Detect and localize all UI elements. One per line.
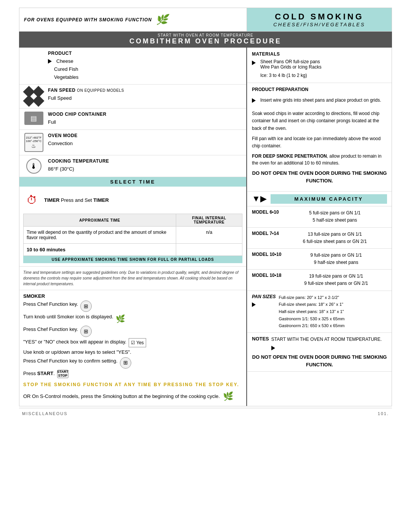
model-1010-label: MODEL 10•10 — [252, 252, 281, 257]
fan-speed-content: FAN SPEED ON EQUIPPED MODELS Full Speed — [48, 88, 242, 102]
arrow-icon-cheese — [48, 59, 52, 64]
deep-smoke-text: FOR DEEP SMOKE PENETRATION, allow produc… — [252, 153, 387, 166]
footer-category: MISCELLANEOUS — [22, 411, 68, 416]
col-final-temp: FINAL INTERNAL TEMPERATURE — [176, 214, 242, 227]
chef-function-icon-2: ⊞ — [80, 326, 92, 337]
product-item-cheese: Cheese — [48, 58, 242, 66]
right-column: MATERIALS Sheet Pans OR full-size pans W… — [247, 48, 392, 406]
wood-chip-icon: ▤ — [23, 112, 44, 125]
use-approx-banner: USE APPROXIMATE SMOKING TIME SHOWN FOR F… — [23, 256, 242, 263]
arrow-icon-notes — [271, 346, 275, 350]
arrow-icon-pan — [252, 302, 256, 307]
header-right: COLD SMOKING CHEESE/FISH/VEGETABLES — [247, 8, 392, 31]
timer-temp-cell: n/a — [176, 227, 242, 244]
model-714-label: MODEL 7•14 — [252, 231, 279, 236]
notes-do-not-open: DO NOT OPEN THE OVEN DOOR DURING THE SMO… — [252, 353, 387, 368]
max-capacity-label: MAXIMUM CAPACITY — [271, 194, 387, 204]
product-items: Cheese Cured Fish Vegetables — [48, 58, 242, 81]
oven-mode-section: 212°-482°F100°-250°C ♨ OVEN MODE Convect… — [19, 130, 246, 155]
procedure-title: COMBITHERM OVEN PROCEDURE — [19, 37, 392, 45]
product-label: PRODUCT — [48, 51, 242, 56]
woodchip-symbol: ▤ — [30, 114, 37, 123]
timer-info: TIMER Press and Set TIMER — [44, 197, 109, 203]
smoker-step-6: Press Chef Function key to confirm setti… — [23, 357, 242, 369]
smoker-label: SMOKER — [23, 293, 242, 299]
cooking-temp-value: 86°F (30°C) — [48, 165, 242, 173]
procedure-banner: START WITH OVEN AT ROOM TEMPERATURE COMB… — [19, 32, 392, 48]
cooking-temp-icon: 🌡 — [23, 158, 44, 174]
arrow-icon-prep — [252, 98, 256, 103]
smoke-icon-step: 🌿 — [116, 313, 125, 324]
capacity-section: ▼▶ MAXIMUM CAPACITY MODEL 6•10 5 full-si… — [247, 192, 392, 291]
wood-chip-label: WOOD CHIP CONTAINER — [48, 112, 242, 117]
woodchip-box-icon: ▤ — [24, 112, 43, 125]
model-row-2: MODEL 7•14 13 full-size pans or GN 1/16 … — [247, 227, 392, 248]
wood-chip-content: WOOD CHIP CONTAINER Full — [48, 112, 242, 126]
materials-label: MATERIALS — [252, 51, 387, 57]
left-column: PRODUCT Cheese Cured Fish Vegetables — [19, 48, 247, 406]
smoker-step-3: Press Chef Function key. ⊞ — [23, 326, 242, 337]
mat-item-0: Sheet Pans OR full-size pans — [260, 59, 322, 64]
notes-arrow — [271, 345, 382, 350]
deep-smoke-bold: FOR DEEP SMOKE PENETRATION — [252, 153, 327, 159]
pan-sizes-section: PAN SIZES Full-size pans: 20" x 12" x 2-… — [247, 291, 392, 333]
footer: MISCELLANEOUS 101. — [19, 408, 392, 419]
oven-mode-icon: 212°-482°F100°-250°C ♨ — [23, 133, 44, 152]
smoker-section: SMOKER Press Chef Function key. ⊞ Turn k… — [19, 290, 246, 406]
thermometer-icon: 🌡 — [26, 158, 41, 174]
model-610-label: MODEL 6•10 — [252, 209, 279, 215]
oven-mode-value: Convection — [48, 140, 242, 148]
do-not-open-text: DO NOT OPEN THE OVEN DOOR DURING THE SMO… — [252, 169, 387, 184]
for-ovens-text: FOR OVENS EQUIPPED WITH SMOKING FUNCTION — [24, 17, 152, 22]
start-stop-button-icon: STARTSTOP — [57, 370, 68, 378]
timer-instruction: Press and Set TIMER — [61, 197, 109, 203]
select-time-banner: SELECT TIME — [19, 177, 246, 187]
start-text: START WITH OVEN AT ROOM TEMPERATURE — [19, 33, 392, 37]
product-item-fish: Cured Fish — [48, 66, 242, 73]
stop-line: STOP THE SMOKING FUNCTION AT ANY TIME BY… — [23, 381, 242, 388]
mat-item-3: Ice: 3 to 4 lb (1 to 2 kg) — [260, 73, 322, 78]
mat-item-1: Wire Pan Grids or Icing Racks — [260, 64, 322, 70]
timer-minutes-temp-cell — [176, 244, 242, 256]
timer-table: APPROXIMATE TIME FINAL INTERNAL TEMPERAT… — [23, 214, 242, 256]
disclaimer-text: Time and temperature settings are sugges… — [19, 267, 246, 290]
notes-section: NOTES START WITH THE OVEN AT ROOM TEMPER… — [247, 333, 392, 372]
smoke-icon-header: 🌿 — [156, 14, 168, 26]
footer-page: 101. — [378, 411, 389, 416]
timer-minutes-cell: 10 to 60 minutes — [24, 244, 176, 256]
smoker-or-icon: 🌿 — [223, 391, 233, 401]
materials-item-1: Sheet Pans OR full-size pans Wire Pan Gr… — [252, 59, 387, 78]
materials-section: MATERIALS Sheet Pans OR full-size pans W… — [247, 48, 392, 83]
cooking-temp-label: COOKING TEMPERATURE — [48, 158, 242, 164]
oven-mode-content: OVEN MODE Convection — [48, 133, 242, 148]
cold-smoking-subtitle: CHEESE/FISH/VEGETABLES — [255, 22, 384, 27]
col-approx-time: APPROXIMATE TIME — [24, 214, 176, 227]
prep-step-1: Insert wire grids into sheet pans and pl… — [252, 97, 387, 107]
smoker-step-7: Press START. STARTSTOP — [23, 370, 242, 378]
notes-label: NOTES — [252, 336, 269, 342]
product-prep-section: PRODUCT PREPARATION Insert wire grids in… — [247, 83, 392, 192]
model-1010-value: 9 full-size pans or GN 1/19 half-size sh… — [285, 252, 387, 266]
cooking-temp-section: 🌡 COOKING TEMPERATURE 86°F (30°C) — [19, 155, 246, 177]
pan-sizes-text: Full-size pans: 20" x 12" x 2-1/2" Full-… — [279, 294, 344, 329]
timer-icon: ⏱ — [23, 190, 40, 211]
notes-text: START WITH THE OVEN AT ROOM TEMPERATURE. — [271, 336, 382, 343]
chef-function-icon-1: ⊞ — [80, 300, 92, 312]
or-line: OR On S-Control models, press the Smokin… — [23, 391, 242, 401]
prep-text-1: Insert wire grids into sheet pans and pl… — [260, 97, 381, 104]
product-item-vegetables: Vegetables — [48, 73, 242, 81]
model-1018-label: MODEL 10•18 — [252, 273, 281, 278]
timer-time-cell: Time will depend on the quantity of prod… — [24, 227, 176, 244]
model-1018-value: 19 full-size pans or GN 1/19 full-size s… — [285, 273, 387, 287]
convection-icon: 212°-482°F100°-250°C ♨ — [24, 133, 43, 152]
oven-mode-label: OVEN MODE — [48, 133, 242, 138]
arrow-icon-materials — [252, 61, 256, 65]
fan-speed-section: FAN SPEED ON EQUIPPED MODELS Full Speed — [19, 85, 246, 109]
wood-chip-section: ▤ WOOD CHIP CONTAINER Full — [19, 109, 246, 130]
main-content: PRODUCT Cheese Cured Fish Vegetables — [19, 48, 392, 406]
product-section: PRODUCT Cheese Cured Fish Vegetables — [19, 48, 246, 85]
model-row-3: MODEL 10•10 9 full-size pans or GN 1/19 … — [247, 248, 392, 269]
fan-speed-label: FAN SPEED ON EQUIPPED MODELS — [48, 88, 242, 93]
fan-speed-value: Full Speed — [48, 94, 242, 102]
timer-section: ⏱ TIMER Press and Set TIMER APPROXIMATE … — [19, 187, 246, 267]
